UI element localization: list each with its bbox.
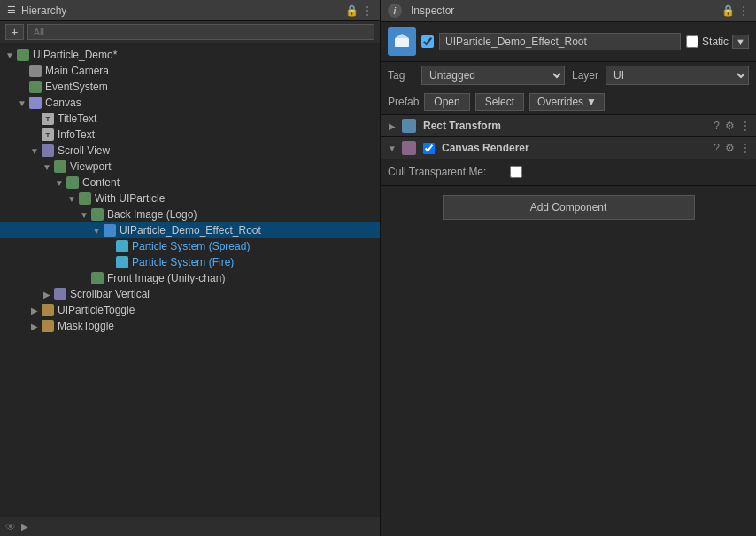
hierarchy-bottom-arrow: ▶ [21,522,28,532]
static-checkbox[interactable] [686,35,698,48]
hierarchy-header-actions: 🔒 ⋮ [345,4,373,17]
label-MainCamera: Main Camera [45,65,109,77]
cull-transparent-label: Cull Transparent Me: [388,166,503,178]
inspector-body: Static ▼ Tag Untagged Layer UI Prefab Op… [381,22,756,536]
tree-item-UIParticleToggle[interactable]: UIParticleToggle [0,302,380,318]
rect-transform-settings-icon[interactable]: ⚙ [725,120,735,132]
icon-BackImageLogo [90,207,104,221]
cull-transparent-row: Cull Transparent Me: [388,164,749,180]
inspector-lock-icon[interactable]: 🔒 [721,4,735,17]
rect-transform-arrow: ▶ [386,121,398,131]
label-InfoText: InfoText [58,128,95,141]
hierarchy-search-input[interactable] [27,24,374,40]
label-UIParticleToggle: UIParticleToggle [58,304,135,316]
canvas-renderer-icon [402,141,416,155]
canvas-renderer-header[interactable]: ▼ Canvas Renderer ? ⚙ ⋮ [381,137,756,159]
icon-FrontImage [90,271,104,285]
label-FrontImage: Front Image (Unity-chan) [107,272,225,284]
rect-transform-title: Rect Transform [423,120,710,132]
label-MaskToggle: MaskToggle [58,320,114,332]
prefab-select-button[interactable]: Select [475,93,524,111]
tree-item-UIParticleDemoEffectRoot[interactable]: UIParticle_Demo_Effect_Root [0,222,380,238]
tree-item-Viewport[interactable]: Viewport [0,159,380,175]
add-component-area: Add Component [381,186,756,229]
rect-transform-header[interactable]: ▶ Rect Transform ? ⚙ ⋮ [381,115,756,136]
tree-item-MaskToggle[interactable]: MaskToggle [0,318,380,334]
static-area: Static ▼ [686,35,749,49]
canvas-renderer-help-icon[interactable]: ? [714,142,720,154]
overrides-arrow-icon: ▼ [586,96,597,108]
rect-transform-icon [402,119,416,133]
tree-item-UIParticle_Demo[interactable]: UIParticle_Demo* ⋮ [0,47,380,63]
icon-MainCamera [28,64,42,78]
add-component-button[interactable]: Add Component [443,195,695,220]
gameobj-icon-box[interactable] [388,27,416,56]
canvas-renderer-more-icon[interactable]: ⋮ [740,142,751,154]
arrow-BackImageLogo [78,210,90,220]
icon-TitleText: T [41,112,55,126]
tree-item-ParticleSpread[interactable]: Particle System (Spread) [0,238,380,254]
icon-UIParticle_Demo [16,48,30,62]
arrow-UIParticleDemoEffectRoot [90,226,103,236]
hierarchy-more-icon[interactable]: ⋮ [362,4,373,17]
prefab-open-button[interactable]: Open [424,93,469,111]
arrow-ScrollbarVertical [41,290,53,299]
hierarchy-eye-icon: 👁 [5,521,16,533]
inspector-header-left: i Inspector [388,4,454,18]
tree-item-FrontImage[interactable]: Front Image (Unity-chan) [0,270,380,286]
prefab-overrides-button[interactable]: Overrides ▼ [529,93,605,111]
layer-dropdown[interactable]: UI [606,66,749,85]
tree-item-ScrollView[interactable]: Scroll View [0,143,380,159]
tree-item-Canvas[interactable]: Canvas [0,95,380,111]
inspector-more-icon[interactable]: ⋮ [738,4,749,17]
label-TitleText: TitleText [58,113,96,125]
icon-Content [66,175,80,190]
rect-transform-help-icon[interactable]: ? [714,120,720,132]
static-dropdown-button[interactable]: ▼ [732,35,749,49]
hierarchy-add-button[interactable]: + [5,24,24,40]
icon-ScrollView [41,144,55,158]
arrow-UIParticleToggle [28,306,41,315]
tree-item-ScrollbarVertical[interactable]: Scrollbar Vertical [0,286,380,302]
label-Canvas: Canvas [45,97,81,109]
label-ScrollbarVertical: Scrollbar Vertical [70,288,150,300]
rect-transform-actions: ? ⚙ ⋮ [714,120,751,132]
label-UIParticle_Demo: UIParticle_Demo* [33,49,117,61]
tree-item-InfoText[interactable]: T InfoText [0,127,380,143]
icon-Viewport [53,159,67,174]
canvas-renderer-title: Canvas Renderer [442,142,710,154]
arrow-ScrollView [28,146,41,156]
hierarchy-header: ☰ Hierarchy 🔒 ⋮ [0,0,380,21]
hierarchy-lock-icon[interactable]: 🔒 [345,4,359,17]
tree-item-EventSystem[interactable]: EventSystem [0,79,380,95]
tag-layer-row: Tag Untagged Layer UI [381,62,756,89]
icon-Canvas [28,96,42,110]
arrow-WithUIParticle [66,194,78,204]
label-BackImageLogo: Back Image (Logo) [107,208,197,221]
inspector-title: Inspector [411,4,454,17]
icon-ParticleSpread [115,239,129,253]
canvas-renderer-actions: ? ⚙ ⋮ [714,142,751,154]
inspector-header-actions: 🔒 ⋮ [721,4,749,17]
inspector-header: i Inspector 🔒 ⋮ [381,0,756,22]
icon-EventSystem [28,80,42,94]
canvas-renderer-settings-icon[interactable]: ⚙ [725,142,735,154]
tree-item-MainCamera[interactable]: Main Camera [0,63,380,79]
tree-item-Content[interactable]: Content [0,175,380,190]
label-UIParticleDemoEffectRoot: UIParticle_Demo_Effect_Root [120,224,261,237]
prefab-label: Prefab [388,96,419,108]
prefab-row: Prefab Open Select Overrides ▼ [381,89,756,115]
cull-transparent-checkbox[interactable] [510,166,522,178]
arrow-Content [53,178,66,188]
icon-MaskToggle [41,319,55,333]
gameobj-name-input[interactable] [439,33,681,50]
tree-item-TitleText[interactable]: T TitleText [0,111,380,127]
rect-transform-more-icon[interactable]: ⋮ [740,120,751,132]
tag-dropdown[interactable]: Untagged [421,66,565,85]
tree-item-BackImageLogo[interactable]: Back Image (Logo) [0,206,380,222]
gameobj-header: Static ▼ [381,22,756,62]
tree-item-WithUIParticle[interactable]: With UIParticle [0,190,380,206]
canvas-renderer-enabled-checkbox[interactable] [423,143,435,154]
gameobj-enabled-checkbox[interactable] [421,35,434,48]
tree-item-ParticleFire[interactable]: Particle System (Fire) [0,254,380,270]
